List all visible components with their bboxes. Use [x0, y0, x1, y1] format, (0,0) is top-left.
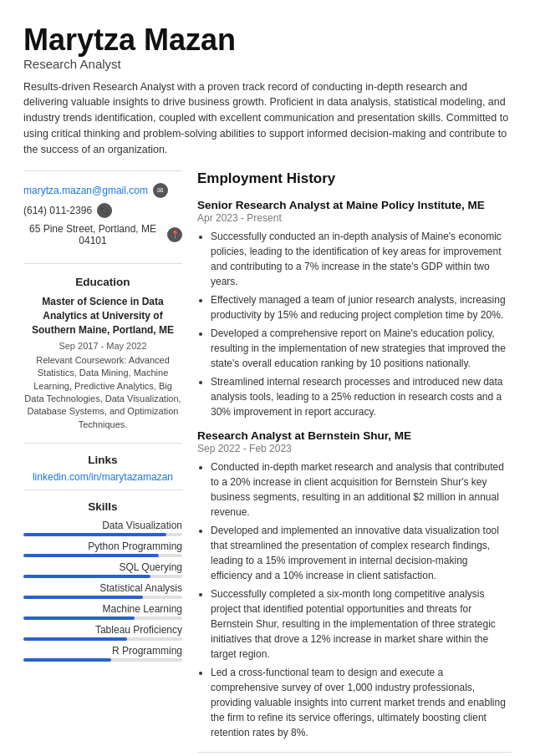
phone-item: (614) 011-2396 📞: [23, 203, 182, 218]
job-title: Senior Research Analyst at Maine Policy …: [197, 199, 512, 211]
skill-bar-bg: [23, 596, 182, 599]
phone-text: (614) 011-2396: [23, 205, 92, 216]
skill-item: SQL Querying: [23, 561, 182, 578]
skill-item: Python Programming: [23, 540, 182, 557]
skill-label: R Programming: [23, 645, 182, 657]
employment-title: Employment History: [197, 170, 512, 190]
skills-title: Skills: [23, 500, 182, 513]
skill-bar-fill: [23, 575, 150, 578]
skill-bar-fill: [23, 533, 166, 536]
skill-bar-fill: [23, 554, 159, 557]
bullet-item: Developed and implemented an innovative …: [211, 523, 512, 583]
job-title: Research Analyst at Bernstein Shur, ME: [197, 429, 512, 442]
skill-bar-bg: [23, 637, 182, 641]
employment-section: Employment History Senior Research Analy…: [197, 170, 512, 740]
skill-bar-bg: [23, 575, 182, 578]
phone-icon: 📞: [97, 203, 112, 218]
location-icon: 📍: [167, 227, 182, 242]
bullet-item: Successfully conducted an in-depth analy…: [211, 229, 512, 289]
skill-label: Statistical Analysis: [23, 582, 182, 594]
links-title: Links: [23, 454, 182, 466]
skill-label: Machine Learning: [23, 603, 182, 615]
education-coursework: Relevant Coursework: Advanced Statistics…: [23, 354, 182, 431]
skill-item: Tableau Proficiency: [23, 624, 182, 641]
skill-item: Machine Learning: [23, 603, 182, 620]
skill-item: R Programming: [23, 645, 182, 662]
education-dates: Sep 2017 - May 2022: [23, 341, 182, 351]
email-link[interactable]: marytza.mazan@gmail.com: [23, 185, 148, 196]
skill-bar-fill: [23, 616, 135, 620]
education-title: Education: [23, 276, 182, 288]
contact-section: marytza.mazan@gmail.com ✉ (614) 011-2396…: [23, 170, 182, 260]
education-degree: Master of Science in Data Analytics at U…: [23, 295, 182, 337]
skill-bar-bg: [23, 533, 182, 536]
bullet-item: Led a cross-functional team to design an…: [211, 665, 512, 740]
email-item: marytza.mazan@gmail.com ✉: [23, 183, 182, 198]
skill-bar-bg: [23, 554, 182, 557]
bullet-item: Effectively managed a team of junior res…: [211, 292, 512, 322]
resume-page: Marytza Mazan Research Analyst Results-d…: [0, 0, 535, 756]
job-bullets: Successfully conducted an in-depth analy…: [197, 229, 512, 419]
candidate-name: Marytza Mazan: [23, 23, 512, 57]
skill-bar-fill: [23, 596, 143, 599]
skill-label: SQL Querying: [23, 561, 182, 573]
coursework-label: Relevant Coursework:: [36, 355, 126, 365]
coursework-text: Advanced Statistics, Data Mining, Machin…: [24, 355, 181, 429]
skill-item: Statistical Analysis: [23, 582, 182, 599]
skill-bar-fill: [23, 637, 127, 641]
linkedin-link[interactable]: linkedin.com/in/marytazamazan: [23, 471, 182, 483]
skill-label: Tableau Proficiency: [23, 624, 182, 636]
skill-item: Data Visualization: [23, 520, 182, 536]
bullet-item: Conducted in-depth market research and a…: [211, 459, 512, 520]
section-divider: [197, 752, 512, 753]
main-content: Employment History Senior Research Analy…: [197, 170, 512, 756]
job-entry: Research Analyst at Bernstein Shur, ME S…: [197, 429, 512, 740]
address-item: 65 Pine Street, Portland, ME 04101 📍: [23, 223, 182, 246]
education-section: Education Master of Science in Data Anal…: [23, 263, 182, 439]
bullet-item: Streamlined internal research processes …: [211, 374, 512, 419]
job-date: Sep 2022 - Feb 2023: [197, 443, 512, 454]
job-bullets: Conducted in-depth market research and a…: [197, 459, 512, 740]
candidate-title: Research Analyst: [23, 57, 512, 71]
address-text: 65 Pine Street, Portland, ME 04101: [23, 223, 162, 246]
skill-bar-bg: [23, 616, 182, 620]
main-layout: marytza.mazan@gmail.com ✉ (614) 011-2396…: [23, 170, 512, 756]
jobs-list: Senior Research Analyst at Maine Policy …: [197, 199, 512, 740]
email-icon: ✉: [153, 183, 168, 198]
sidebar: marytza.mazan@gmail.com ✉ (614) 011-2396…: [23, 170, 182, 756]
skill-bar-fill: [23, 658, 111, 662]
skills-list: Data Visualization Python Programming SQ…: [23, 520, 182, 662]
job-date: Apr 2023 - Present: [197, 212, 512, 224]
skills-section: Skills Data Visualization Python Program…: [23, 490, 182, 672]
skill-label: Python Programming: [23, 540, 182, 552]
skill-label: Data Visualization: [23, 520, 182, 531]
job-entry: Senior Research Analyst at Maine Policy …: [197, 199, 512, 419]
links-section: Links linkedin.com/in/marytazamazan: [23, 443, 182, 490]
header-section: Marytza Mazan Research Analyst Results-d…: [23, 23, 512, 157]
skill-bar-bg: [23, 658, 182, 662]
bullet-item: Successfully completed a six-month long …: [211, 586, 512, 662]
bullet-item: Developed a comprehensive report on Main…: [211, 326, 512, 371]
candidate-summary: Results-driven Research Analyst with a p…: [23, 79, 512, 158]
